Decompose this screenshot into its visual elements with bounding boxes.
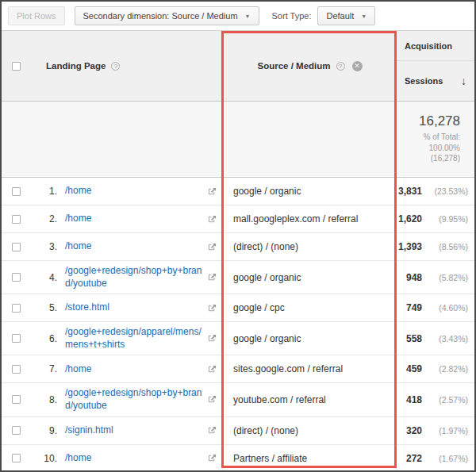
sessions-value: 1,393 <box>398 241 422 252</box>
row-number: 7. <box>30 363 57 374</box>
landing-page-link[interactable]: /home <box>65 240 203 253</box>
chevron-down-icon: ▼ <box>361 13 367 19</box>
acquisition-group-header: Acquisition <box>397 31 474 61</box>
sessions-value: 558 <box>406 333 422 344</box>
sessions-percentage: (8.56%) <box>422 242 468 251</box>
source-medium-value: (direct) / (none) <box>223 417 396 444</box>
table-row: 9. /signin.html (direct) / (none) 320 (1… <box>2 417 474 445</box>
column-header-source-medium: Source / Medium ? ✕ <box>223 31 396 101</box>
open-in-new-icon[interactable] <box>208 187 217 196</box>
source-medium-value: mall.googleplex.com / referral <box>223 205 396 232</box>
landing-page-link[interactable]: /google+redesign/apparel/mens/mens+t+shi… <box>65 326 203 351</box>
table-row: 4. /google+redesign/shop+by+brand/youtub… <box>2 261 474 294</box>
table-header: Landing Page ? Source / Medium ? ✕ Acqui… <box>2 30 474 102</box>
sessions-value: 3,831 <box>398 186 422 197</box>
total-percentage-value: 100.00% <box>397 143 460 154</box>
row-number: 1. <box>30 186 57 197</box>
row-checkbox[interactable] <box>12 454 21 462</box>
row-number: 3. <box>30 241 57 252</box>
toolbar: Plot Rows Secondary dimension: Source / … <box>2 2 474 30</box>
table-row: 6. /google+redesign/apparel/mens/mens+t+… <box>2 322 474 355</box>
landing-page-link[interactable]: /home <box>65 452 203 465</box>
table-row: 1. /home google / organic 3,831 (23.53%) <box>2 178 474 205</box>
landing-page-link[interactable]: /google+redesign/shop+by+brand/youtube <box>65 265 203 290</box>
open-in-new-icon[interactable] <box>208 365 217 374</box>
sessions-header-label: Sessions <box>405 76 443 86</box>
sessions-value: 272 <box>406 453 422 464</box>
sessions-percentage: (1.67%) <box>422 454 468 463</box>
row-number: 4. <box>30 272 57 283</box>
landing-page-link[interactable]: /store.html <box>65 301 203 314</box>
analytics-report-table: Plot Rows Secondary dimension: Source / … <box>0 0 476 472</box>
landing-page-link[interactable]: /home <box>65 213 203 225</box>
landing-page-link[interactable]: /home <box>65 185 203 198</box>
source-medium-value: google / cpc <box>223 294 396 321</box>
column-header-landing-page: Landing Page ? <box>30 31 223 101</box>
source-medium-value: google / organic <box>223 322 396 355</box>
source-medium-value: youtube.com / referral <box>223 383 396 416</box>
sort-descending-icon[interactable]: ↓ <box>461 75 466 87</box>
landing-page-link[interactable]: /google+redesign/shop+by+brand/youtube <box>65 387 203 412</box>
column-header-sessions[interactable]: Sessions ↓ <box>397 61 474 101</box>
open-in-new-icon[interactable] <box>208 273 217 282</box>
table-row: 8. /google+redesign/shop+by+brand/youtub… <box>2 383 474 416</box>
table-row: 3. /home (direct) / (none) 1,393 (8.56%) <box>2 233 474 261</box>
sessions-value: 948 <box>406 272 422 283</box>
row-checkbox[interactable] <box>12 243 21 251</box>
landing-page-header-label: Landing Page <box>46 61 106 71</box>
sort-type-label: Sort Type: <box>272 11 312 21</box>
row-checkbox[interactable] <box>12 334 21 343</box>
landing-page-link[interactable]: /signin.html <box>65 424 203 437</box>
source-medium-value: (direct) / (none) <box>223 233 396 260</box>
open-in-new-icon[interactable] <box>208 304 217 313</box>
sessions-percentage: (3.43%) <box>422 334 468 343</box>
sessions-value: 418 <box>406 394 422 405</box>
source-medium-value: Partners / affiliate <box>223 445 396 472</box>
sessions-percentage: (2.82%) <box>422 364 468 374</box>
open-in-new-icon[interactable] <box>208 454 217 462</box>
row-checkbox[interactable] <box>12 187 21 196</box>
sessions-percentage: (4.60%) <box>422 303 468 313</box>
source-medium-header-label: Source / Medium <box>257 61 330 71</box>
row-number: 5. <box>30 302 57 313</box>
row-number: 10. <box>30 453 57 464</box>
chevron-down-icon: ▼ <box>245 13 251 19</box>
source-medium-value: sites.google.com / referral <box>223 355 396 382</box>
sessions-percentage: (2.57%) <box>422 395 468 405</box>
open-in-new-icon[interactable] <box>208 243 217 251</box>
help-icon[interactable]: ? <box>111 62 120 71</box>
help-icon[interactable]: ? <box>336 62 345 71</box>
sort-type-value: Default <box>326 11 354 21</box>
open-in-new-icon[interactable] <box>208 215 217 224</box>
sessions-percentage: (23.53%) <box>422 186 468 196</box>
sort-type-dropdown[interactable]: Default ▼ <box>317 6 375 25</box>
row-number: 8. <box>30 394 57 405</box>
total-percentage-label: % of Total: <box>397 132 460 143</box>
open-in-new-icon[interactable] <box>208 334 217 343</box>
row-checkbox[interactable] <box>12 365 21 374</box>
row-number: 6. <box>30 333 57 344</box>
row-checkbox[interactable] <box>12 395 21 404</box>
sessions-percentage: (9.95%) <box>422 214 468 224</box>
select-all-checkbox[interactable] <box>12 62 21 71</box>
open-in-new-icon[interactable] <box>208 395 217 404</box>
open-in-new-icon[interactable] <box>208 426 217 435</box>
remove-secondary-dimension-icon[interactable]: ✕ <box>352 61 363 71</box>
sessions-value: 459 <box>406 363 422 374</box>
row-checkbox[interactable] <box>12 215 21 224</box>
sessions-percentage: (1.97%) <box>422 426 468 436</box>
total-percentage-total: (16,278) <box>397 153 460 164</box>
total-sessions: 16,278 <box>397 113 460 129</box>
landing-page-link[interactable]: /home <box>65 363 203 376</box>
row-number: 2. <box>30 213 57 224</box>
row-number: 9. <box>30 425 57 436</box>
plot-rows-button[interactable]: Plot Rows <box>8 6 65 25</box>
sessions-percentage: (5.82%) <box>422 273 468 282</box>
row-checkbox[interactable] <box>12 273 21 282</box>
table-row: 10. /home Partners / affiliate 272 (1.67… <box>2 445 474 472</box>
row-checkbox[interactable] <box>12 426 21 435</box>
row-checkbox[interactable] <box>12 304 21 313</box>
secondary-dimension-dropdown[interactable]: Secondary dimension: Source / Medium ▼ <box>75 6 259 25</box>
table-row: 5. /store.html google / cpc 749 (4.60%) <box>2 294 474 322</box>
secondary-dimension-label: Secondary dimension: Source / Medium <box>83 11 238 21</box>
